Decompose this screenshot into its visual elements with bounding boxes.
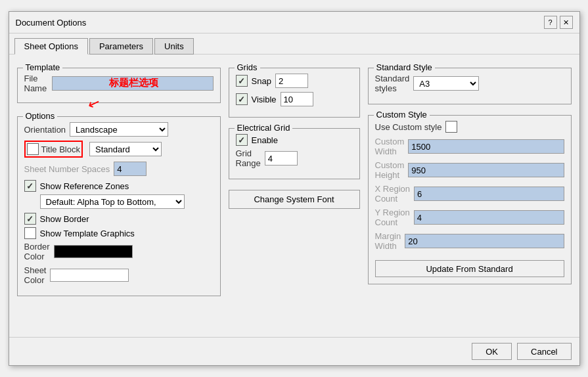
ref-zone-dropdown-row: Default: Alpha Top to Bottom, [40, 194, 214, 209]
footer-buttons: OK Cancel [9, 337, 579, 365]
enable-row: Enable [236, 134, 353, 146]
y-region-label: Y RegionCount [375, 208, 410, 227]
grids-group: Grids Snap Visible [229, 68, 360, 118]
tab-units[interactable]: Units [154, 38, 194, 55]
sheet-color-swatch[interactable] [50, 269, 129, 282]
title-block-annotation-box: Title Block [24, 141, 83, 158]
show-template-graphics-row: Show Template Graphics [24, 227, 214, 239]
tab-parameters[interactable]: Parameters [89, 38, 153, 55]
sheet-color-label: SheetColor [24, 265, 47, 285]
standard-styles-select[interactable]: A3 A4 B C [413, 76, 479, 91]
border-color-swatch[interactable] [54, 245, 133, 258]
show-template-graphics-label: Show Template Graphics [40, 229, 135, 238]
standard-style-group: Standard Style Standardstyles A3 A4 B C [368, 68, 572, 104]
title-block-checkbox[interactable] [27, 143, 39, 155]
custom-width-input[interactable] [408, 139, 564, 154]
standard-styles-label: Standardstyles [375, 74, 410, 93]
y-region-row: Y RegionCount [375, 208, 564, 227]
custom-style-label: Custom Style [374, 110, 430, 120]
show-border-label: Show Border [40, 214, 89, 224]
options-label: Options [23, 111, 58, 121]
border-color-row: BorderColor [24, 242, 214, 261]
show-template-graphics-checkbox[interactable] [24, 227, 36, 239]
right-column: Standard Style Standardstyles A3 A4 B C … [368, 62, 572, 329]
template-label: Template [23, 62, 63, 72]
electrical-grid-group: Electrical Grid Enable GridRange [229, 128, 360, 179]
sheet-number-input[interactable] [114, 162, 147, 176]
orientation-select[interactable]: Landscape Portrait [70, 122, 168, 137]
custom-height-row: CustomHeight [375, 160, 564, 180]
ref-zone-select[interactable]: Default: Alpha Top to Bottom, [40, 194, 185, 209]
grids-label: Grids [235, 62, 260, 72]
custom-style-group: Custom Style Use Custom style CustomWidt… [368, 115, 572, 284]
margin-width-label: MarginWidth [375, 231, 401, 251]
title-bar-buttons: ? ✕ [544, 16, 573, 29]
use-custom-style-label: Use Custom style [375, 122, 442, 132]
custom-height-label: CustomHeight [375, 160, 405, 180]
y-region-input[interactable] [414, 210, 564, 225]
close-button[interactable]: ✕ [560, 16, 573, 29]
grid-range-row: GridRange [236, 148, 353, 168]
annotation-text: 标题栏选项 [109, 77, 158, 89]
dialog-title: Document Options [16, 18, 87, 28]
update-from-standard-button[interactable]: Update From Standard [375, 260, 564, 277]
show-ref-zones-checkbox[interactable] [24, 180, 36, 192]
title-block-select[interactable]: Standard [89, 142, 162, 156]
standard-styles-row: Standardstyles A3 A4 B C [375, 74, 564, 93]
custom-height-input[interactable] [408, 163, 564, 177]
tab-sheet-options[interactable]: Sheet Options [14, 38, 88, 55]
x-region-input[interactable] [414, 187, 564, 201]
margin-width-row: MarginWidth [375, 231, 564, 251]
snap-checkbox[interactable] [236, 75, 248, 87]
title-bar: Document Options ? ✕ [9, 12, 579, 33]
show-border-row: Show Border [24, 213, 214, 225]
border-color-label: BorderColor [24, 242, 50, 261]
sheet-number-row: Sheet Number Spaces [24, 162, 214, 176]
middle-column: Grids Snap Visible Electrical Grid [229, 62, 360, 329]
main-content: Template FileName 标题栏选项 ↙ Options Orient… [9, 55, 579, 337]
visible-input[interactable] [281, 92, 313, 106]
sheet-color-row: SheetColor [24, 265, 214, 285]
show-ref-zones-label: Show Reference Zones [40, 181, 129, 191]
file-name-label: FileName [24, 74, 47, 93]
snap-input[interactable] [275, 74, 308, 88]
visible-row: Visible [236, 92, 353, 106]
standard-style-label: Standard Style [374, 62, 435, 72]
options-group: Options Orientation Landscape Portrait T… [17, 116, 221, 296]
snap-row: Snap [236, 74, 353, 88]
x-region-row: X RegionCount [375, 184, 564, 204]
cancel-button[interactable]: Cancel [517, 343, 571, 360]
visible-label: Visible [252, 95, 277, 104]
orientation-label: Orientation [24, 125, 66, 135]
left-column: Template FileName 标题栏选项 ↙ Options Orient… [17, 62, 221, 329]
dialog: Document Options ? ✕ Sheet Options Param… [9, 11, 580, 366]
help-button[interactable]: ? [544, 16, 557, 29]
ok-button[interactable]: OK [472, 343, 512, 360]
use-custom-style-row: Use Custom style [375, 121, 564, 133]
enable-checkbox[interactable] [236, 134, 248, 146]
x-region-label: X RegionCount [375, 184, 410, 204]
visible-checkbox[interactable] [236, 93, 248, 105]
margin-width-input[interactable] [405, 234, 564, 248]
orientation-row: Orientation Landscape Portrait [24, 122, 214, 137]
sheet-number-label: Sheet Number Spaces [24, 164, 110, 174]
electrical-grid-label: Electrical Grid [235, 123, 293, 133]
custom-width-row: CustomWidth [375, 137, 564, 156]
tab-bar: Sheet Options Parameters Units [9, 33, 579, 55]
enable-label: Enable [252, 135, 278, 145]
title-block-label: Title Block [41, 144, 80, 154]
grid-range-label: GridRange [236, 148, 261, 168]
grid-range-input[interactable] [265, 151, 298, 166]
show-border-checkbox[interactable] [24, 213, 36, 225]
change-font-button[interactable]: Change System Font [229, 190, 360, 209]
show-ref-zones-row: Show Reference Zones [24, 180, 214, 192]
title-block-row: Title Block Standard [24, 141, 214, 158]
custom-width-label: CustomWidth [375, 137, 405, 156]
use-custom-style-checkbox[interactable] [445, 121, 457, 133]
snap-label: Snap [252, 76, 271, 86]
